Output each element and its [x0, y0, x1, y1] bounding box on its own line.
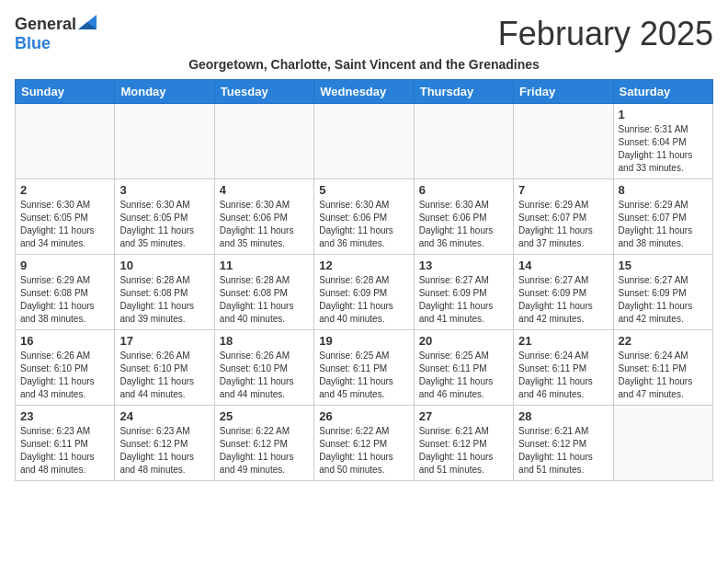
day-info: Sunrise: 6:30 AM Sunset: 6:05 PM Dayligh… — [20, 199, 109, 250]
calendar-day-cell: 18Sunrise: 6:26 AM Sunset: 6:10 PM Dayli… — [214, 330, 313, 406]
day-info: Sunrise: 6:30 AM Sunset: 6:06 PM Dayligh… — [319, 199, 408, 250]
day-info: Sunrise: 6:30 AM Sunset: 6:06 PM Dayligh… — [419, 199, 508, 250]
day-number: 11 — [220, 259, 309, 272]
calendar-day-cell: 10Sunrise: 6:28 AM Sunset: 6:08 PM Dayli… — [115, 255, 214, 330]
day-info: Sunrise: 6:22 AM Sunset: 6:12 PM Dayligh… — [220, 425, 309, 477]
month-title: February 2025 — [498, 15, 713, 53]
day-number: 17 — [119, 334, 209, 348]
calendar-day-cell: 13Sunrise: 6:27 AM Sunset: 6:09 PM Dayli… — [414, 255, 513, 330]
calendar-day-cell — [414, 104, 513, 179]
weekday-cell: Saturday — [613, 80, 712, 104]
calendar-day-cell — [16, 104, 115, 179]
day-number: 5 — [319, 183, 408, 197]
calendar-day-cell — [613, 406, 712, 481]
calendar-week-row: 1Sunrise: 6:31 AM Sunset: 6:04 PM Daylig… — [16, 104, 713, 179]
day-info: Sunrise: 6:21 AM Sunset: 6:12 PM Dayligh… — [518, 425, 608, 477]
day-info: Sunrise: 6:24 AM Sunset: 6:11 PM Dayligh… — [518, 350, 608, 401]
calendar-day-cell — [214, 104, 313, 179]
calendar-day-cell: 11Sunrise: 6:28 AM Sunset: 6:08 PM Dayli… — [214, 255, 313, 330]
calendar-day-cell: 25Sunrise: 6:22 AM Sunset: 6:12 PM Dayli… — [214, 406, 313, 481]
day-number: 3 — [119, 183, 209, 197]
day-number: 14 — [518, 259, 608, 272]
day-info: Sunrise: 6:29 AM Sunset: 6:08 PM Dayligh… — [20, 274, 109, 326]
day-number: 8 — [619, 183, 708, 197]
day-number: 25 — [220, 409, 309, 423]
day-info: Sunrise: 6:29 AM Sunset: 6:07 PM Dayligh… — [619, 199, 708, 250]
calendar-day-cell: 15Sunrise: 6:27 AM Sunset: 6:09 PM Dayli… — [613, 255, 712, 330]
calendar-day-cell: 6Sunrise: 6:30 AM Sunset: 6:06 PM Daylig… — [414, 179, 513, 255]
weekday-cell: Sunday — [16, 80, 115, 104]
day-info: Sunrise: 6:25 AM Sunset: 6:11 PM Dayligh… — [419, 350, 508, 401]
day-number: 10 — [119, 259, 209, 272]
day-number: 24 — [119, 409, 209, 423]
calendar-week-row: 23Sunrise: 6:23 AM Sunset: 6:11 PM Dayli… — [16, 406, 713, 481]
day-number: 20 — [419, 334, 508, 348]
day-number: 9 — [20, 259, 109, 272]
calendar-day-cell — [514, 104, 613, 179]
calendar-day-cell: 7Sunrise: 6:29 AM Sunset: 6:07 PM Daylig… — [514, 179, 613, 255]
calendar-week-row: 9Sunrise: 6:29 AM Sunset: 6:08 PM Daylig… — [16, 255, 713, 330]
calendar-day-cell: 3Sunrise: 6:30 AM Sunset: 6:05 PM Daylig… — [115, 179, 214, 255]
logo: General Blue — [15, 15, 97, 53]
calendar-day-cell: 8Sunrise: 6:29 AM Sunset: 6:07 PM Daylig… — [613, 179, 712, 255]
calendar-day-cell: 9Sunrise: 6:29 AM Sunset: 6:08 PM Daylig… — [16, 255, 115, 330]
calendar-day-cell: 14Sunrise: 6:27 AM Sunset: 6:09 PM Dayli… — [514, 255, 613, 330]
day-number: 1 — [619, 108, 708, 121]
day-number: 19 — [319, 334, 408, 348]
weekday-cell: Tuesday — [214, 80, 313, 104]
day-info: Sunrise: 6:28 AM Sunset: 6:08 PM Dayligh… — [119, 274, 209, 326]
weekday-cell: Friday — [514, 80, 613, 104]
calendar-day-cell: 21Sunrise: 6:24 AM Sunset: 6:11 PM Dayli… — [514, 330, 613, 406]
day-info: Sunrise: 6:28 AM Sunset: 6:08 PM Dayligh… — [220, 274, 309, 326]
calendar-day-cell: 12Sunrise: 6:28 AM Sunset: 6:09 PM Dayli… — [314, 255, 414, 330]
day-number: 22 — [619, 334, 708, 348]
day-number: 21 — [518, 334, 608, 348]
calendar-day-cell: 17Sunrise: 6:26 AM Sunset: 6:10 PM Dayli… — [115, 330, 214, 406]
day-info: Sunrise: 6:23 AM Sunset: 6:11 PM Dayligh… — [20, 425, 109, 477]
day-number: 16 — [20, 334, 109, 348]
day-number: 7 — [518, 183, 608, 197]
day-info: Sunrise: 6:29 AM Sunset: 6:07 PM Dayligh… — [518, 199, 608, 250]
calendar-day-cell: 27Sunrise: 6:21 AM Sunset: 6:12 PM Dayli… — [414, 406, 513, 481]
calendar-body: 1Sunrise: 6:31 AM Sunset: 6:04 PM Daylig… — [16, 104, 713, 481]
day-number: 13 — [419, 259, 508, 272]
calendar-day-cell: 24Sunrise: 6:23 AM Sunset: 6:12 PM Dayli… — [115, 406, 214, 481]
day-info: Sunrise: 6:27 AM Sunset: 6:09 PM Dayligh… — [619, 274, 708, 326]
day-number: 6 — [419, 183, 508, 197]
day-info: Sunrise: 6:26 AM Sunset: 6:10 PM Dayligh… — [220, 350, 309, 401]
day-info: Sunrise: 6:26 AM Sunset: 6:10 PM Dayligh… — [20, 350, 109, 401]
logo-icon — [78, 15, 97, 29]
day-number: 15 — [619, 259, 708, 272]
calendar-week-row: 2Sunrise: 6:30 AM Sunset: 6:05 PM Daylig… — [16, 179, 713, 255]
calendar-day-cell: 1Sunrise: 6:31 AM Sunset: 6:04 PM Daylig… — [613, 104, 712, 179]
calendar-week-row: 16Sunrise: 6:26 AM Sunset: 6:10 PM Dayli… — [16, 330, 713, 406]
page-header: General Blue February 2025 — [15, 15, 713, 53]
day-number: 2 — [20, 183, 109, 197]
day-number: 26 — [319, 409, 408, 423]
day-info: Sunrise: 6:21 AM Sunset: 6:12 PM Dayligh… — [419, 425, 508, 477]
calendar-day-cell: 22Sunrise: 6:24 AM Sunset: 6:11 PM Dayli… — [613, 330, 712, 406]
day-info: Sunrise: 6:25 AM Sunset: 6:11 PM Dayligh… — [319, 350, 408, 401]
calendar-day-cell: 16Sunrise: 6:26 AM Sunset: 6:10 PM Dayli… — [16, 330, 115, 406]
calendar-day-cell — [314, 104, 414, 179]
calendar-day-cell: 19Sunrise: 6:25 AM Sunset: 6:11 PM Dayli… — [314, 330, 414, 406]
day-number: 18 — [220, 334, 309, 348]
day-info: Sunrise: 6:30 AM Sunset: 6:06 PM Dayligh… — [220, 199, 309, 250]
logo-general-text: General — [15, 15, 76, 34]
calendar-day-cell: 23Sunrise: 6:23 AM Sunset: 6:11 PM Dayli… — [16, 406, 115, 481]
calendar-day-cell: 26Sunrise: 6:22 AM Sunset: 6:12 PM Dayli… — [314, 406, 414, 481]
day-info: Sunrise: 6:30 AM Sunset: 6:05 PM Dayligh… — [119, 199, 209, 250]
weekday-cell: Monday — [115, 80, 214, 104]
calendar-day-cell: 28Sunrise: 6:21 AM Sunset: 6:12 PM Dayli… — [514, 406, 613, 481]
weekday-header-row: SundayMondayTuesdayWednesdayThursdayFrid… — [16, 80, 713, 104]
day-number: 23 — [20, 409, 109, 423]
day-info: Sunrise: 6:27 AM Sunset: 6:09 PM Dayligh… — [518, 274, 608, 326]
calendar-table: SundayMondayTuesdayWednesdayThursdayFrid… — [15, 79, 713, 481]
calendar-day-cell: 2Sunrise: 6:30 AM Sunset: 6:05 PM Daylig… — [16, 179, 115, 255]
location-subtitle: Georgetown, Charlotte, Saint Vincent and… — [15, 57, 713, 72]
day-info: Sunrise: 6:23 AM Sunset: 6:12 PM Dayligh… — [119, 425, 209, 477]
day-info: Sunrise: 6:22 AM Sunset: 6:12 PM Dayligh… — [319, 425, 408, 477]
calendar-day-cell — [115, 104, 214, 179]
day-info: Sunrise: 6:26 AM Sunset: 6:10 PM Dayligh… — [119, 350, 209, 401]
day-number: 12 — [319, 259, 408, 272]
